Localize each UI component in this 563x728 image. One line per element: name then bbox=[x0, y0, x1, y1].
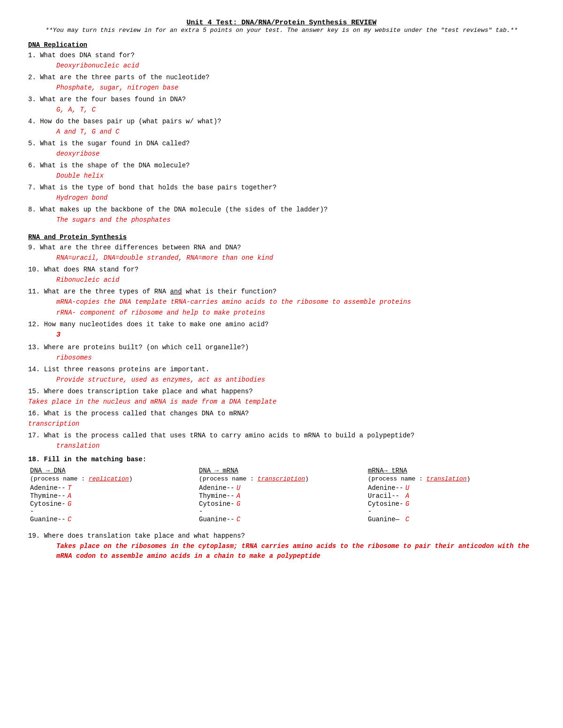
a14: Provide structure, used as enzymes, act … bbox=[56, 375, 535, 385]
a2: Phosphate, sugar, nitrogen base bbox=[56, 83, 535, 93]
q13: 13. Where are proteins built? (on which … bbox=[28, 343, 535, 353]
col1-guanine: Guanine--C bbox=[30, 516, 195, 523]
col2-cytosine: Cytosine--G bbox=[199, 500, 364, 515]
col3-process: (process name : translation) bbox=[368, 475, 533, 482]
col2-thymine: Thymine--A bbox=[199, 492, 364, 500]
a17: translation bbox=[56, 441, 535, 451]
col2-header: DNA → mRNA bbox=[199, 467, 364, 474]
col3-cytosine: Cytosine--G bbox=[368, 500, 533, 515]
q15: 15. Where does transcription take place … bbox=[28, 387, 535, 397]
q10: 10. What does RNA stand for? bbox=[28, 265, 535, 275]
a7: Hydrogen bond bbox=[56, 193, 535, 203]
col1-cytosine: Cytosine--G bbox=[30, 500, 195, 515]
q9: 9. What are the three differences betwee… bbox=[28, 243, 535, 253]
q18-label: 18. Fill in the matching base: bbox=[28, 456, 535, 463]
a1: Deoxyribonucleic acid bbox=[56, 61, 535, 71]
col2-process: (process name : transcription) bbox=[199, 475, 364, 482]
page-title: Unit 4 Test: DNA/RNA/Protein Synthesis R… bbox=[28, 19, 535, 27]
a12: 3 bbox=[56, 330, 535, 341]
col3-header: mRNA→ tRNA bbox=[368, 467, 533, 474]
a13: ribosomes bbox=[56, 353, 535, 363]
rna-section-header: RNA and Protein Synthesis bbox=[28, 233, 535, 241]
a4: A and T, G and C bbox=[56, 127, 535, 137]
col1-header: DNA → DNA bbox=[30, 467, 195, 474]
q2: 2. What are the three parts of the nucle… bbox=[28, 73, 535, 83]
a11-line2: rRNA- component of ribosome and help to … bbox=[56, 308, 535, 318]
col2-adenine: Adenine--U bbox=[199, 484, 364, 492]
a10: Ribonucleic acid bbox=[56, 275, 535, 285]
q1: 1. What does DNA stand for? bbox=[28, 51, 535, 60]
q5: 5. What is the sugar found in DNA called… bbox=[28, 139, 535, 149]
col3-adenine: Adenine--U bbox=[368, 484, 533, 492]
a11-line1: mRNA-copies the DNA template tRNA-carrie… bbox=[56, 297, 535, 307]
col1-thymine: Thymine--A bbox=[30, 492, 195, 500]
q6: 6. What is the shape of the DNA molecule… bbox=[28, 161, 535, 171]
q14: 14. List three reasons proteins are impo… bbox=[28, 365, 535, 375]
a15: Takes place in the nucleus and mRNA is m… bbox=[28, 397, 535, 407]
fill-table: DNA → DNA (process name : replication) A… bbox=[28, 467, 535, 524]
q7: 7. What is the type of bond that holds t… bbox=[28, 183, 535, 193]
a6: Double helix bbox=[56, 171, 535, 181]
col1-process: (process name : replication) bbox=[30, 475, 195, 482]
a3: G, A, T, C bbox=[56, 105, 535, 115]
page-subtitle: **You may turn this review in for an ext… bbox=[28, 27, 535, 34]
a8: The sugars and the phosphates bbox=[56, 215, 535, 225]
q3: 3. What are the four bases found in DNA? bbox=[28, 95, 535, 105]
a16: transcription bbox=[28, 419, 535, 429]
col1-adenine: Adenine--T bbox=[30, 484, 195, 492]
q17: 17. What is the process called that uses… bbox=[28, 431, 535, 441]
col3-uracil: Uracil--A bbox=[368, 492, 533, 500]
a9: RNA=uracil, DNA=double stranded, RNA=mor… bbox=[56, 253, 535, 263]
dna-section-header: DNA Replication bbox=[28, 41, 535, 49]
q11: 11. What are the three types of RNA and … bbox=[28, 287, 535, 297]
q8: 8. What makes up the backbone of the DNA… bbox=[28, 205, 535, 215]
q4: 4. How do the bases pair up (what pairs … bbox=[28, 117, 535, 127]
q16: 16. What is the process called that chan… bbox=[28, 409, 535, 419]
col3-guanine: Guanine—C bbox=[368, 516, 533, 523]
a19: Takes place on the ribosomes in the cyto… bbox=[56, 541, 535, 561]
q19: 19. Where does translation take place an… bbox=[28, 531, 535, 541]
q12: 12. How many nucleotides does it take to… bbox=[28, 320, 535, 330]
col2-guanine: Guanine--C bbox=[199, 516, 364, 523]
a5: deoxyribose bbox=[56, 149, 535, 159]
